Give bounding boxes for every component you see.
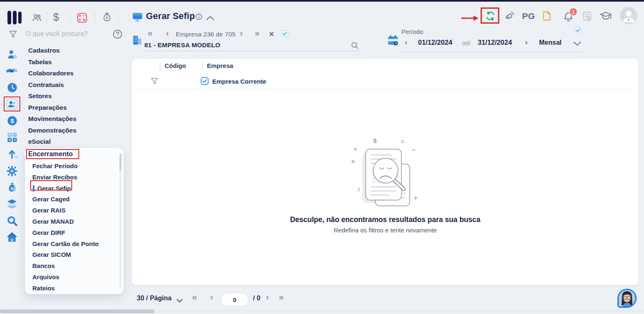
column-divider — [202, 62, 203, 70]
period-until-label: até — [462, 39, 471, 46]
last-company-button[interactable]: » — [255, 29, 260, 38]
horizontal-scrollbar[interactable] — [0, 309, 644, 313]
page-total: / 0 — [253, 295, 260, 302]
sidebar-item-tabelas[interactable]: Tabelas — [28, 56, 76, 68]
submenu-item-gerar-manad[interactable]: Gerar MANAD — [25, 216, 119, 227]
home-icon[interactable] — [6, 232, 18, 244]
sidebar-item-preparacoes[interactable]: Preparações — [28, 102, 76, 114]
pagination-next-button[interactable]: › — [266, 293, 269, 302]
next-company-button[interactable]: › — [240, 29, 243, 38]
empresa-corrente-checkbox[interactable] — [201, 77, 209, 87]
money-icon[interactable]: $ — [53, 11, 59, 24]
first-company-button[interactable]: « — [148, 29, 153, 38]
sidebar-item-movimentacoes[interactable]: Movimentações — [28, 113, 76, 125]
results-card: Código Empresa Empresa Corrente — [132, 59, 639, 285]
graduation-cap-icon[interactable] — [600, 11, 612, 24]
layers-icon[interactable] — [6, 199, 18, 211]
growth-icon[interactable]: % — [7, 149, 18, 161]
clear-company-button[interactable]: ✕ — [269, 30, 274, 38]
period-underline — [401, 51, 584, 52]
svg-text:$: $ — [10, 118, 14, 124]
money-bag-icon[interactable]: $ — [102, 12, 112, 24]
svg-text:=: = — [401, 138, 404, 145]
submenu-item-rateios[interactable]: Rateios — [25, 283, 119, 294]
period-next-button[interactable]: › — [525, 38, 527, 46]
pagination-last-button[interactable]: » — [279, 293, 284, 302]
submenu-item-gerar-cartao[interactable]: Gerar Cartão de Ponto — [25, 239, 119, 250]
svg-text:+: + — [8, 132, 11, 137]
submenu-item-bancos[interactable]: Bancos — [25, 261, 119, 272]
svg-text:=: = — [14, 138, 16, 142]
submenu-item-gerar-sicom[interactable]: Gerar SICOM — [25, 249, 119, 261]
period-start-date[interactable]: 01/12/2024 — [418, 39, 452, 46]
period-mode-select[interactable]: Mensal — [539, 39, 561, 46]
column-header-codigo[interactable]: Código — [165, 62, 186, 69]
submenu-item-gerar-caged[interactable]: Gerar Caged — [25, 194, 119, 205]
sidebar-item-demonstracoes[interactable]: Demonstrações — [28, 125, 76, 136]
company-name[interactable]: 81 - EMPRESA MODELO — [144, 41, 220, 49]
table-filter-icon[interactable] — [150, 77, 159, 87]
broom-icon[interactable] — [504, 10, 515, 23]
refresh-icon[interactable] — [485, 11, 496, 23]
prev-company-button[interactable]: ‹ — [166, 29, 169, 38]
toolbar-divider — [69, 12, 71, 24]
svg-text:%: % — [15, 155, 18, 159]
sidebar-item-cadastros[interactable]: Cadastros — [28, 45, 76, 56]
period-prev-button[interactable]: ‹ — [405, 38, 407, 46]
info-icon[interactable] — [195, 13, 202, 22]
assistant-avatar[interactable] — [617, 289, 637, 308]
page-number-input[interactable] — [221, 293, 248, 306]
column-header-empresa[interactable]: Empresa — [207, 62, 233, 69]
person-settings-icon[interactable] — [7, 49, 18, 62]
filter-funnel-icon[interactable] — [8, 29, 18, 41]
employees-icon[interactable] — [32, 12, 42, 25]
sidebar-item-esocial[interactable]: eSocial — [28, 136, 76, 147]
logo[interactable] — [7, 11, 25, 26]
empty-state-subtitle: Redefina os filtros e tente novamente — [132, 227, 639, 234]
sidebar-item-encerramento[interactable]: Encerramento — [28, 150, 73, 158]
sidebar-item-colaboradores[interactable]: Colaboradores — [28, 68, 76, 79]
gear-icon[interactable] — [6, 165, 18, 179]
calculator-icon[interactable] — [77, 12, 87, 25]
audit-doc-icon[interactable] — [582, 11, 593, 23]
submenu-item-fechar-periodo[interactable]: Fechar Período — [25, 161, 119, 172]
collapse-chevron-icon[interactable] — [206, 14, 214, 22]
search-rail-icon[interactable] — [7, 215, 18, 228]
submenu-item-gerar-rais[interactable]: Gerar RAIS — [25, 205, 119, 216]
company-nav-checkbox[interactable] — [281, 30, 289, 39]
search-input[interactable] — [25, 30, 107, 38]
sidebar-item-contratuais[interactable]: Contratuais — [28, 79, 76, 91]
people-icon[interactable] — [6, 98, 18, 112]
period-end-date[interactable]: 31/12/2024 — [478, 39, 512, 46]
period-checkbox[interactable] — [574, 27, 582, 36]
clock-icon[interactable] — [7, 82, 18, 95]
help-icon[interactable] — [112, 29, 123, 41]
calculator-blue-icon[interactable]: + − × = — [7, 132, 18, 145]
pg-icon[interactable]: PG — [522, 11, 535, 21]
svg-text:×: × — [9, 138, 11, 142]
pagination-first-button[interactable]: « — [192, 293, 197, 302]
encerramento-submenu-panel: Encerramento Fechar Período Enviar Recib… — [25, 148, 124, 294]
company-search-icon[interactable] — [350, 41, 359, 51]
submenu-item-arquivos[interactable]: Arquivos — [25, 272, 119, 283]
period-mode-chevron-icon[interactable] — [573, 41, 581, 48]
svg-text:−: − — [14, 132, 16, 137]
svg-text:$: $ — [11, 186, 13, 191]
page-size-chevron-icon[interactable] — [176, 297, 183, 304]
user-avatar[interactable] — [620, 7, 638, 27]
svg-text:+: + — [354, 145, 357, 152]
calendar-icon — [387, 34, 399, 48]
period-label: Período — [401, 28, 423, 35]
handshake-icon[interactable] — [6, 65, 18, 78]
submenu-item-gerar-dirf[interactable]: Gerar DIRF — [25, 227, 119, 239]
sidebar-item-setores[interactable]: Setores — [28, 90, 76, 102]
dollar-circle-icon[interactable]: $ — [7, 115, 18, 128]
file-icon[interactable] — [541, 10, 552, 23]
submenu-item-enviar-recibos[interactable]: Enviar Recibos — [25, 172, 119, 183]
pagination-prev-button[interactable]: ‹ — [210, 293, 213, 302]
toolbar-divider — [46, 12, 47, 24]
submenu-scrollbar[interactable] — [119, 154, 122, 288]
page-size-select[interactable]: 30 / Página — [137, 295, 172, 302]
submenu-item-gerar-sefip[interactable]: Gerar Sefip — [25, 183, 119, 194]
money-bag-blue-icon[interactable]: $ — [7, 182, 18, 195]
